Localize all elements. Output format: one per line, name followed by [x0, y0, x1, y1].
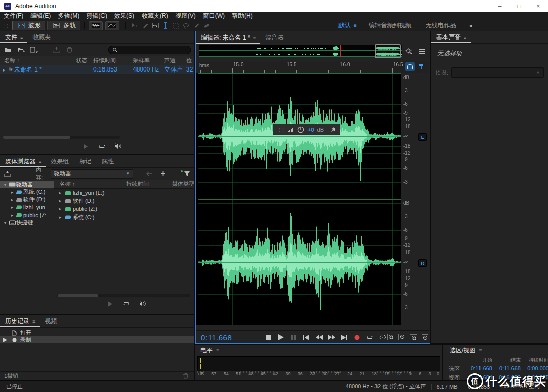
tree-item[interactable]: ▸软件 (D:): [0, 196, 54, 203]
multitrack-mode-button[interactable]: 多轨: [47, 21, 80, 30]
chevron-right-icon[interactable]: ▸: [9, 205, 15, 210]
left-channel-badge[interactable]: L: [418, 133, 427, 141]
tab-history[interactable]: 历史记录≡: [0, 315, 40, 327]
pause-button[interactable]: [290, 334, 297, 341]
play-icon[interactable]: [106, 300, 115, 308]
waveform-view-button[interactable]: [89, 21, 103, 30]
panel-menu-icon[interactable]: ≡: [32, 319, 35, 324]
zoom-out-point-button[interactable]: [421, 334, 429, 341]
files-hscrollbar[interactable]: [3, 136, 120, 139]
play-button[interactable]: [277, 334, 285, 341]
spectral-view-button[interactable]: [105, 21, 119, 30]
hud-gain-value[interactable]: +0: [307, 127, 314, 133]
record-button[interactable]: [353, 334, 361, 341]
delete-icon[interactable]: [181, 372, 190, 380]
skip-selection-button[interactable]: [379, 334, 386, 341]
menu-item-8[interactable]: 窗口(W): [199, 12, 228, 20]
skip-to-end-button[interactable]: [340, 334, 348, 341]
save-icon[interactable]: [52, 46, 61, 54]
move-tool-icon[interactable]: [130, 21, 140, 30]
zoom-in-button[interactable]: [386, 334, 394, 341]
chevron-down-icon[interactable]: ▾: [2, 182, 8, 187]
media-hscrollbar[interactable]: [57, 294, 190, 297]
panel-menu-icon[interactable]: ≡: [216, 348, 218, 353]
skip-to-start-button[interactable]: [302, 334, 310, 341]
rewind-button[interactable]: [315, 334, 323, 341]
volume-hud[interactable]: ⋮⋮ +0 dB: [273, 124, 340, 135]
open-folder-icon[interactable]: [3, 46, 12, 54]
panel-menu-icon[interactable]: ≡: [20, 35, 22, 40]
new-file-icon[interactable]: [29, 46, 39, 54]
files-search-input[interactable]: [108, 46, 191, 54]
list-item[interactable]: ▸public (Z:): [54, 205, 194, 213]
speaker-icon[interactable]: [138, 300, 147, 308]
loop-playback-icon[interactable]: [122, 300, 131, 308]
menu-item-5[interactable]: 效果(S): [111, 12, 138, 20]
list-item[interactable]: ▸软件 (D:): [54, 197, 194, 205]
time-selection-tool-icon[interactable]: [150, 21, 160, 30]
tab-properties[interactable]: 属性: [96, 156, 119, 167]
close-button[interactable]: ×: [529, 0, 548, 12]
panel-menu-icon[interactable]: ≡: [39, 159, 41, 164]
history-item[interactable]: 录制: [0, 336, 194, 343]
zoom-in-point-button[interactable]: [409, 334, 417, 341]
tab-favorites[interactable]: 收藏夹: [27, 31, 56, 43]
filter-icon[interactable]: [182, 170, 191, 178]
tree-item[interactable]: ▸public (Z:: [0, 211, 54, 219]
table-row[interactable]: ▸未命名 1 *0:16.85348000 Hz立体声32: [0, 65, 194, 74]
lasso-tool-icon[interactable]: [181, 21, 191, 30]
razor-tool-icon[interactable]: [140, 21, 150, 30]
menu-item-9[interactable]: 帮助(H): [228, 12, 256, 20]
content-select[interactable]: 驱动器▼: [51, 169, 133, 179]
menu-item-3[interactable]: 多轨(M): [54, 12, 83, 20]
tree-item[interactable]: ▾快捷键: [0, 219, 54, 226]
chevron-right-icon[interactable]: ▸: [57, 190, 63, 195]
tree-item[interactable]: ▸系统 (C:): [0, 188, 54, 196]
tab-files[interactable]: 文件≡: [0, 31, 27, 43]
tab-video[interactable]: 视频: [40, 315, 62, 327]
tab-mixer[interactable]: 混音器: [260, 32, 289, 44]
waveform-mode-button[interactable]: 波形: [12, 21, 45, 30]
knob-icon[interactable]: [297, 126, 304, 134]
loop-playback-icon[interactable]: [97, 142, 107, 150]
zoom-navigate-icon[interactable]: [404, 47, 414, 55]
delete-icon[interactable]: [65, 46, 74, 54]
ibeam-tool-icon[interactable]: [160, 21, 170, 30]
workspace-overflow[interactable]: »: [464, 22, 478, 29]
overview-view-box[interactable]: [375, 44, 401, 58]
spot-healing-tool-icon[interactable]: [201, 21, 211, 30]
paintbrush-tool-icon[interactable]: [191, 21, 201, 30]
history-item[interactable]: 打开: [0, 329, 194, 336]
maximize-button[interactable]: □: [509, 0, 529, 12]
chevron-right-icon[interactable]: ▸: [57, 206, 63, 211]
waveform-display[interactable]: dB-3-6-9-12-18-∞-18-12-9-6-3dB-3-6-9-12-…: [196, 73, 429, 325]
add-shortcut-icon[interactable]: [159, 170, 168, 178]
waveform-overview[interactable]: [199, 45, 402, 57]
chevron-right-icon[interactable]: ▸: [9, 190, 15, 195]
minimize-button[interactable]: –: [490, 0, 509, 12]
menu-item-2[interactable]: 编辑(E): [27, 12, 54, 20]
tree-item[interactable]: ▾驱动器: [0, 181, 54, 188]
workspace-active[interactable]: 默认: [332, 21, 352, 30]
workspace-item-1[interactable]: 编辑音频到视频: [363, 21, 418, 30]
tab-effects-rack[interactable]: 效果组: [46, 156, 74, 167]
tab-editor[interactable]: 编辑器: 未命名 1 *≡: [196, 32, 260, 44]
zoom-out-button[interactable]: [398, 334, 405, 341]
chevron-right-icon[interactable]: ▸: [9, 197, 15, 202]
headphone-monitor-icon[interactable]: [405, 62, 415, 71]
menu-item-6[interactable]: 收藏夹(R): [138, 12, 172, 20]
chevron-right-icon[interactable]: ▸: [57, 198, 63, 203]
preset-select[interactable]: ▼: [451, 67, 544, 78]
import-into-project-icon[interactable]: [3, 170, 12, 178]
list-item[interactable]: ▸lizhi_yun (L:): [54, 189, 194, 197]
panel-menu-icon[interactable]: ≡: [253, 35, 255, 41]
speaker-icon[interactable]: [114, 142, 123, 150]
workspace-item-2[interactable]: 无线电作品: [420, 21, 462, 30]
right-channel-badge[interactable]: R: [418, 259, 427, 267]
panel-menu-icon[interactable]: ≡: [464, 35, 466, 40]
menu-item-4[interactable]: 剪辑(C): [83, 12, 111, 20]
list-item[interactable]: ▸系统 (C:): [54, 213, 194, 221]
import-file-icon[interactable]: [16, 46, 25, 54]
chevron-right-icon[interactable]: ▸: [9, 212, 15, 218]
fast-forward-button[interactable]: [328, 334, 335, 341]
